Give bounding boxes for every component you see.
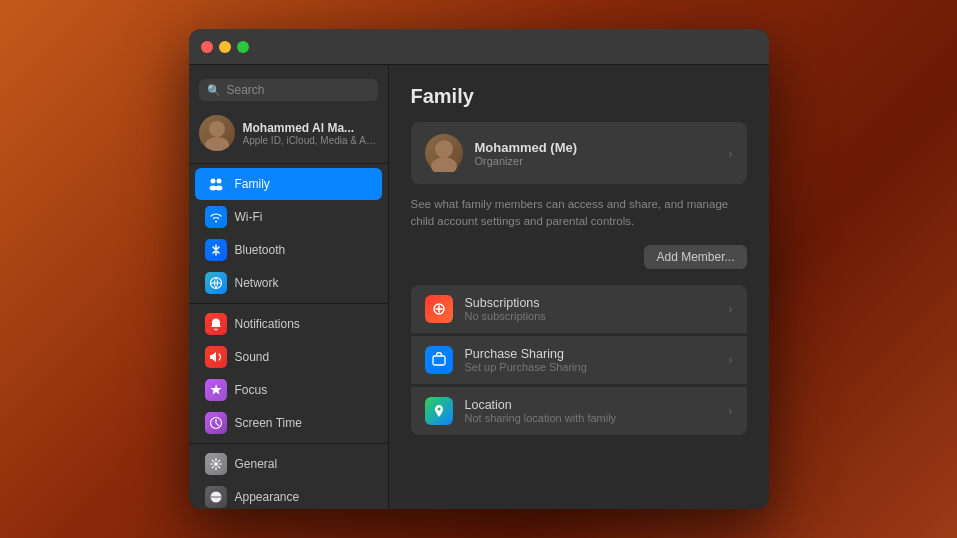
profile-section[interactable]: Mohammed Al Ma... Apple ID, iCloud, Medi…: [189, 111, 388, 159]
location-text: Location Not sharing location with famil…: [465, 398, 717, 424]
svg-point-4: [209, 186, 216, 191]
family-description: See what family members can access and s…: [411, 196, 747, 231]
family-member-avatar: [425, 134, 463, 172]
profile-subtitle: Apple ID, iCloud, Media & App Store: [243, 135, 378, 146]
sound-icon: [205, 346, 227, 368]
family-sections: Subscriptions No subscriptions › Purchas…: [411, 285, 747, 435]
maximize-button[interactable]: [237, 41, 249, 53]
subscriptions-icon: [425, 295, 453, 323]
subscriptions-item[interactable]: Subscriptions No subscriptions ›: [411, 285, 747, 333]
sidebar-item-sound[interactable]: Sound: [195, 341, 382, 373]
svg-point-1: [205, 137, 229, 151]
location-item[interactable]: Location Not sharing location with famil…: [411, 386, 747, 435]
location-chevron-icon: ›: [728, 403, 732, 418]
purchase-sharing-text: Purchase Sharing Set up Purchase Sharing: [465, 347, 717, 373]
divider-3: [189, 443, 388, 444]
subscriptions-subtitle: No subscriptions: [465, 310, 717, 322]
chevron-right-icon: ›: [728, 146, 732, 161]
family-member-info: Mohammed (Me) Organizer: [475, 140, 717, 167]
profile-info: Mohammed Al Ma... Apple ID, iCloud, Medi…: [243, 121, 378, 146]
purchase-sharing-icon: [425, 346, 453, 374]
family-member-name: Mohammed (Me): [475, 140, 717, 155]
family-icon: [205, 173, 227, 195]
search-bar: 🔍 Search: [189, 73, 388, 111]
sidebar-item-label-family: Family: [235, 177, 270, 191]
profile-name: Mohammed Al Ma...: [243, 121, 378, 135]
sidebar-item-notifications[interactable]: Notifications: [195, 308, 382, 340]
divider-1: [189, 163, 388, 164]
svg-point-5: [215, 186, 222, 191]
svg-point-3: [216, 179, 221, 184]
network-icon: [205, 272, 227, 294]
location-icon: [425, 397, 453, 425]
family-member-role: Organizer: [475, 155, 717, 167]
svg-point-19: [431, 157, 457, 172]
sidebar-item-screentime[interactable]: Screen Time: [195, 407, 382, 439]
purchase-sharing-subtitle: Set up Purchase Sharing: [465, 361, 717, 373]
page-title: Family: [411, 85, 747, 108]
location-title: Location: [465, 398, 717, 412]
sidebar-item-label-general: General: [235, 457, 278, 471]
sidebar-item-label-bluetooth: Bluetooth: [235, 243, 286, 257]
sidebar: 🔍 Search Mohammed Al Ma... Apple ID, iCl…: [189, 65, 389, 509]
svg-point-8: [214, 462, 218, 466]
sidebar-item-network[interactable]: Network: [195, 267, 382, 299]
svg-point-18: [435, 140, 453, 158]
window-content: 🔍 Search Mohammed Al Ma... Apple ID, iCl…: [189, 65, 769, 509]
main-content: Family Mohammed (Me) Organizer › See wha…: [389, 65, 769, 509]
notifications-icon: [205, 313, 227, 335]
screentime-icon: [205, 412, 227, 434]
svg-rect-21: [433, 356, 445, 365]
wifi-icon: [205, 206, 227, 228]
close-button[interactable]: [201, 41, 213, 53]
add-member-container: Add Member...: [411, 245, 747, 269]
sidebar-item-label-notifications: Notifications: [235, 317, 300, 331]
sidebar-item-wifi[interactable]: Wi-Fi: [195, 201, 382, 233]
sidebar-item-label-wifi: Wi-Fi: [235, 210, 263, 224]
search-input[interactable]: 🔍 Search: [199, 79, 378, 101]
subscriptions-title: Subscriptions: [465, 296, 717, 310]
bluetooth-icon: [205, 239, 227, 261]
location-subtitle: Not sharing location with family: [465, 412, 717, 424]
svg-point-22: [437, 407, 440, 410]
sidebar-item-label-screentime: Screen Time: [235, 416, 302, 430]
add-member-button[interactable]: Add Member...: [644, 245, 746, 269]
search-icon: 🔍: [207, 84, 221, 97]
family-member-row[interactable]: Mohammed (Me) Organizer ›: [411, 122, 747, 184]
focus-icon: [205, 379, 227, 401]
appearance-icon: [205, 486, 227, 508]
purchase-sharing-item[interactable]: Purchase Sharing Set up Purchase Sharing…: [411, 335, 747, 384]
subscriptions-text: Subscriptions No subscriptions: [465, 296, 717, 322]
svg-point-2: [210, 179, 215, 184]
minimize-button[interactable]: [219, 41, 231, 53]
sidebar-item-appearance[interactable]: Appearance: [195, 481, 382, 509]
traffic-lights: [201, 41, 249, 53]
sidebar-item-bluetooth[interactable]: Bluetooth: [195, 234, 382, 266]
sidebar-item-label-sound: Sound: [235, 350, 270, 364]
sidebar-item-label-network: Network: [235, 276, 279, 290]
system-preferences-window: 🔍 Search Mohammed Al Ma... Apple ID, iCl…: [189, 29, 769, 509]
purchase-sharing-title: Purchase Sharing: [465, 347, 717, 361]
general-icon: [205, 453, 227, 475]
sidebar-item-general[interactable]: General: [195, 448, 382, 480]
search-placeholder: Search: [227, 83, 265, 97]
sidebar-item-label-appearance: Appearance: [235, 490, 300, 504]
purchase-chevron-icon: ›: [728, 352, 732, 367]
sidebar-item-label-focus: Focus: [235, 383, 268, 397]
sidebar-item-focus[interactable]: Focus: [195, 374, 382, 406]
sidebar-item-family[interactable]: Family: [195, 168, 382, 200]
avatar: [199, 115, 235, 151]
svg-point-0: [209, 121, 225, 137]
divider-2: [189, 303, 388, 304]
titlebar: [189, 29, 769, 65]
subscriptions-chevron-icon: ›: [728, 301, 732, 316]
